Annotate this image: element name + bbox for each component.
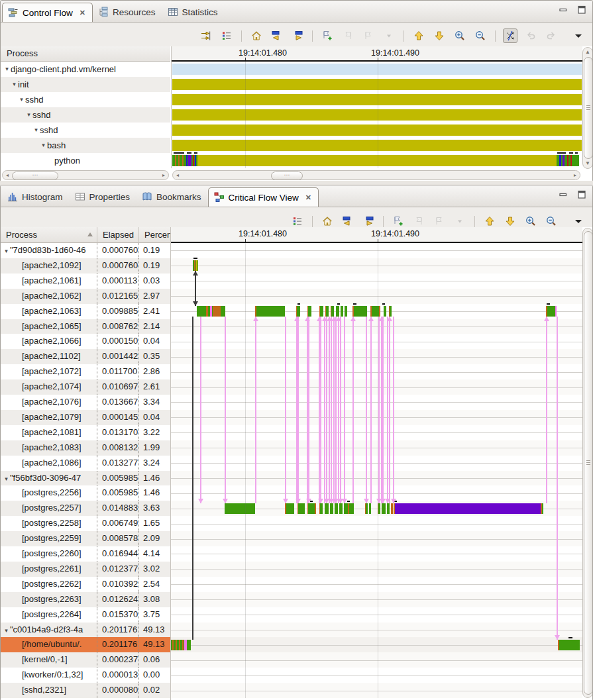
process-tree-header[interactable]: Process bbox=[1, 46, 170, 62]
table-row[interactable]: [apache2,1081]0.0131703.22 bbox=[1, 425, 170, 440]
expand-collapse-icon[interactable]: ▾ bbox=[3, 623, 10, 638]
prev-marker-button[interactable] bbox=[341, 214, 355, 228]
state-bar[interactable] bbox=[172, 140, 582, 151]
state-bar[interactable] bbox=[319, 306, 323, 317]
bottom-vertical-scrollbar[interactable] bbox=[582, 228, 593, 698]
view-menu-button[interactable] bbox=[571, 214, 586, 228]
state-bar[interactable] bbox=[394, 503, 543, 514]
state-bar[interactable] bbox=[387, 503, 390, 514]
maximize-button[interactable] bbox=[576, 5, 587, 15]
tab-close-icon[interactable]: ✕ bbox=[80, 9, 85, 17]
table-row[interactable]: [postgres,2263]0.0126243.08 bbox=[1, 592, 170, 607]
next-marker-button[interactable] bbox=[290, 28, 305, 43]
column-header-elapsed[interactable]: Elapsed bbox=[97, 227, 139, 242]
table-row[interactable]: [apache2,1083]0.0081321.99 bbox=[1, 440, 170, 456]
table-row[interactable]: [postgres,2259]0.0085782.09 bbox=[1, 531, 170, 546]
home-button[interactable] bbox=[320, 214, 335, 228]
tree-row[interactable]: ▾sshd bbox=[1, 92, 170, 107]
table-row[interactable]: [postgres,2256]0.0059851.46 bbox=[1, 485, 170, 501]
table-row[interactable]: [apache2,1065]0.0087622.14 bbox=[1, 319, 170, 334]
state-bar[interactable] bbox=[370, 306, 380, 317]
link-selection-button[interactable] bbox=[503, 28, 517, 43]
scroll-up-icon[interactable]: ▲ bbox=[584, 49, 591, 56]
table-row[interactable]: [kworker/0:1,32]0.0000130.00 bbox=[1, 668, 170, 683]
add-bookmark-button[interactable] bbox=[391, 214, 405, 228]
table-row[interactable]: [postgres,2257]0.0148833.63 bbox=[1, 501, 170, 516]
table-row[interactable]: [apache2,1076]0.0136673.34 bbox=[1, 395, 170, 410]
expand-collapse-icon[interactable]: ▾ bbox=[3, 244, 10, 258]
control-flow-timeline-chart[interactable]: 19:14:01.48019:14:01.490 bbox=[171, 46, 582, 168]
state-bar[interactable] bbox=[352, 306, 367, 317]
expand-collapse-icon[interactable]: ▾ bbox=[18, 92, 25, 107]
tree-hscroll-thumb[interactable]: ⋯ bbox=[12, 172, 58, 180]
critical-flow-timeline-chart[interactable]: 19:14:01.48019:14:01.490 bbox=[170, 227, 582, 700]
table-row[interactable]: [apache2,1086]0.0132773.24 bbox=[1, 456, 170, 471]
state-bar[interactable] bbox=[557, 155, 579, 166]
state-bar[interactable] bbox=[172, 94, 582, 105]
table-row[interactable]: [postgres,2258]0.0067491.65 bbox=[1, 516, 170, 531]
table-row[interactable]: [apache2,1062]0.0121652.97 bbox=[1, 289, 170, 304]
add-bookmark-button[interactable] bbox=[320, 28, 335, 43]
state-bar[interactable] bbox=[369, 503, 371, 514]
scroll-right-icon[interactable]: ▸ bbox=[572, 172, 578, 179]
table-row[interactable]: [postgres,2262]0.0103922.54 bbox=[1, 577, 170, 592]
state-bar[interactable] bbox=[296, 306, 300, 317]
zoom-in-button[interactable] bbox=[453, 28, 467, 43]
table-row[interactable]: [apache2,1061]0.0001130.03 bbox=[1, 274, 170, 289]
state-bar[interactable] bbox=[172, 64, 582, 75]
state-bar[interactable] bbox=[335, 503, 338, 514]
table-row[interactable]: [apache2,1063]0.0098852.41 bbox=[1, 304, 170, 319]
view-menu-button[interactable] bbox=[571, 28, 586, 43]
state-bar[interactable] bbox=[339, 503, 343, 514]
scroll-left-icon[interactable]: ◂ bbox=[174, 172, 181, 179]
critical-path-table[interactable]: ▾"7d90d83b-1d60-460.0007600.19[apache2,1… bbox=[1, 243, 170, 700]
arrow-down-button[interactable] bbox=[432, 28, 447, 43]
home-button[interactable] bbox=[249, 28, 264, 43]
zoom-out-button[interactable] bbox=[473, 28, 488, 43]
state-bar[interactable] bbox=[225, 503, 255, 514]
scroll-down-icon[interactable]: ▼ bbox=[584, 160, 591, 167]
state-bar[interactable] bbox=[331, 306, 334, 317]
tree-horizontal-scrollbar[interactable]: ◂ ⋯ ▸ bbox=[2, 170, 169, 180]
state-bar[interactable] bbox=[344, 503, 354, 514]
table-row[interactable]: [apache2,1072]0.0117002.86 bbox=[1, 364, 170, 379]
chart-vscroll-thumb[interactable] bbox=[584, 57, 593, 159]
table-row[interactable]: [postgres,2260]0.0169444.14 bbox=[1, 546, 170, 562]
tree-row[interactable]: ▾sshd bbox=[1, 107, 170, 123]
state-bar[interactable] bbox=[285, 503, 294, 514]
tab-resources[interactable]: Resources bbox=[93, 3, 162, 21]
table-row[interactable]: [sshd,2321]0.0000800.02 bbox=[1, 683, 170, 698]
state-bar[interactable] bbox=[345, 306, 347, 317]
table-row[interactable]: [postgres,2264]0.0153703.75 bbox=[1, 607, 170, 623]
tree-row[interactable]: ▾bash bbox=[1, 138, 170, 153]
table-row[interactable]: [/home/ubuntu/.0.20117649.13 bbox=[1, 637, 170, 652]
state-bar[interactable] bbox=[325, 306, 329, 317]
tab-statistics[interactable]: Statistics bbox=[162, 3, 225, 21]
column-header-percent[interactable]: Percent bbox=[139, 227, 170, 242]
bottom-vscroll-thumb[interactable] bbox=[584, 231, 593, 695]
state-bar[interactable] bbox=[336, 306, 339, 317]
column-header-process[interactable]: Process bbox=[1, 227, 97, 242]
table-row[interactable]: [kernel/0,-1]0.0002370.06 bbox=[1, 652, 170, 668]
table-row[interactable]: ▾"c001b4a9-d2f3-4a0.20117649.13 bbox=[1, 623, 170, 638]
show-legend-button[interactable] bbox=[219, 28, 234, 43]
state-bar[interactable] bbox=[297, 503, 305, 514]
scroll-left-icon[interactable]: ◂ bbox=[4, 172, 11, 179]
state-bar[interactable] bbox=[172, 125, 582, 136]
chart-horizontal-scrollbar[interactable]: ◂ ⋯ ▸ bbox=[172, 170, 580, 180]
chart-hscroll-thumb[interactable]: ⋯ bbox=[271, 172, 303, 180]
state-bar[interactable] bbox=[170, 640, 191, 650]
zoom-out-button[interactable] bbox=[544, 214, 559, 228]
chart-vertical-scrollbar[interactable]: ▲ ▼ bbox=[582, 47, 593, 169]
minimize-button[interactable] bbox=[558, 189, 568, 200]
maximize-button[interactable] bbox=[576, 189, 587, 200]
zoom-in-button[interactable] bbox=[523, 214, 538, 228]
table-row[interactable]: [apache2,1074]0.0106972.61 bbox=[1, 379, 170, 395]
table-row[interactable]: [apache2,1079]0.0001450.04 bbox=[1, 410, 170, 425]
state-bar[interactable] bbox=[382, 503, 386, 514]
state-bar[interactable] bbox=[307, 503, 316, 514]
scroll-right-icon[interactable]: ▸ bbox=[160, 172, 167, 179]
expand-collapse-icon[interactable]: ▾ bbox=[25, 107, 32, 123]
state-bar[interactable] bbox=[546, 306, 557, 317]
expand-collapse-icon[interactable]: ▾ bbox=[32, 123, 40, 138]
